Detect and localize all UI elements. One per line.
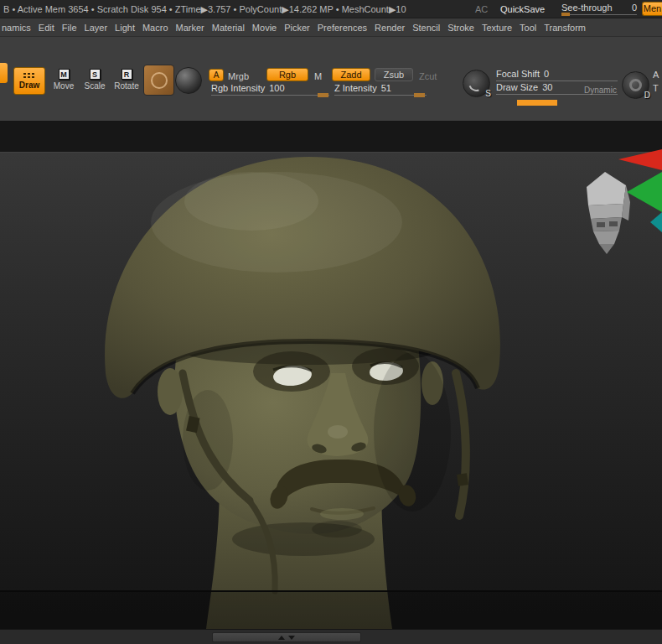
rotate-mode-label: Rotate [114,81,138,91]
alpha-badge: D [644,91,650,100]
viewport-canvas[interactable] [0,122,662,629]
zadd-button[interactable]: Zadd [332,68,370,81]
sculpt-model-svg [0,122,662,629]
clipped-to-label[interactable]: T [653,83,659,93]
focal-shift-value: 0 [544,69,549,79]
zbrush-window: B • Active Mem 3654 • Scratch Disk 954 •… [0,0,662,644]
menu-file[interactable]: File [62,23,77,33]
scale-key-icon: S [90,69,101,80]
ac-label: AC [475,4,488,14]
quicksave-button[interactable]: QuickSave [500,4,545,14]
move-mode-label: Move [54,81,74,91]
axis-arrow-red[interactable] [618,149,662,170]
menu-render[interactable]: Render [375,23,405,33]
brush-thumbnail[interactable] [143,65,174,96]
menu-bar: namics Edit File Layer Light Macro Marke… [0,18,662,37]
menu-macro[interactable]: Macro [142,23,168,33]
focal-shift-track[interactable] [496,80,618,81]
scroll-down-arrow-icon[interactable] [288,636,295,640]
rgb-intensity-track[interactable] [211,95,329,96]
clipped-shelf-icon[interactable] [0,63,8,83]
m-toggle[interactable]: M [314,71,322,81]
draw-size-indicator [517,100,557,106]
brush-sphere-icon [151,72,168,89]
rotate-key-icon: R [122,69,132,80]
soldier-head-model [105,157,500,629]
see-through-handle[interactable] [561,13,570,16]
material-thumbnail[interactable] [175,67,202,94]
scale-mode-label: Scale [84,81,105,91]
move-mode-button[interactable]: M Move [49,69,78,91]
focal-shift-label: Focal Shift [496,69,540,79]
menu-texture[interactable]: Texture [482,23,512,33]
mrgb-toggle[interactable]: Mrgb [228,71,249,81]
zcut-button[interactable]: Zcut [419,71,437,81]
rgb-intensity-value: 100 [269,83,284,93]
menu-marker[interactable]: Marker [176,23,204,33]
dynamic-toggle[interactable]: Dynamic [584,86,617,95]
draw-size-value: 30 [542,82,552,92]
a-toggle-button[interactable]: A [209,69,224,81]
alpha-ring-icon [629,79,642,91]
scale-mode-button[interactable]: S Scale [80,69,109,91]
z-intensity-track[interactable] [334,95,427,96]
z-intensity-handle[interactable] [414,93,425,97]
move-key-icon: M [59,69,70,80]
see-through-label: See-through [561,3,613,13]
see-through-slider[interactable]: See-through 0 [561,3,637,15]
stroke-thumbnail[interactable]: S [463,70,490,97]
axis-arrow-teal[interactable] [650,212,662,232]
alpha-thumbnail[interactable]: D [622,71,649,99]
menu-tool[interactable]: Tool [520,23,536,33]
menu-edit[interactable]: Edit [39,23,54,33]
rgb-intensity-label: Rgb Intensity [211,83,265,93]
z-intensity-label: Z Intensity [334,83,377,93]
menu-stroke[interactable]: Stroke [447,23,474,33]
menu-light[interactable]: Light [115,23,135,33]
draw-size-label: Draw Size [496,82,538,92]
menu-stencil[interactable]: Stencil [412,23,440,33]
zsub-button[interactable]: Zsub [375,68,413,81]
draw-mode-button[interactable]: Draw [13,67,45,95]
draw-mode-label: Draw [19,80,39,90]
scroll-up-arrow-icon[interactable] [278,636,285,640]
menu-material[interactable]: Material [212,23,245,33]
status-bar: B • Active Mem 3654 • Scratch Disk 954 •… [0,0,662,18]
document-split-line [0,590,662,592]
menu-movie[interactable]: Movie [252,23,277,33]
menu-transform[interactable]: Transform [544,23,586,33]
horizontal-scrollbar[interactable] [0,629,662,644]
top-shelf: Draw M Move S Scale R Rotate A Mrgb Rgb … [0,37,662,122]
menu-layer[interactable]: Layer [85,23,108,33]
menu-picker[interactable]: Picker [284,23,310,33]
camera-gizmo-head[interactable] [587,172,630,254]
rgb-intensity-handle[interactable] [318,93,328,97]
see-through-value: 0 [632,3,637,13]
horizontal-scrollbar-thumb[interactable] [212,632,361,642]
z-intensity-value: 51 [381,83,391,93]
memory-stats-text: B • Active Mem 3654 • Scratch Disk 954 •… [3,4,406,15]
rotate-mode-button[interactable]: R Rotate [111,69,142,91]
menus-button[interactable]: Men [642,2,662,16]
rgb-intensity-slider[interactable]: Rgb Intensity 100 [211,83,329,96]
draw-dots-icon [23,72,36,79]
z-intensity-slider[interactable]: Z Intensity 51 [334,83,427,96]
rgb-toggle-button[interactable]: Rgb [266,68,308,81]
focal-shift-slider[interactable]: Focal Shift 0 [496,69,618,81]
stroke-badge: S [485,89,491,98]
menu-dynamics[interactable]: namics [2,23,31,33]
clipped-add-label[interactable]: A [653,70,659,80]
menu-preferences[interactable]: Preferences [318,23,367,33]
see-through-track[interactable] [561,14,637,15]
stroke-curve-icon [466,73,487,94]
axis-arrow-green[interactable] [627,172,662,212]
